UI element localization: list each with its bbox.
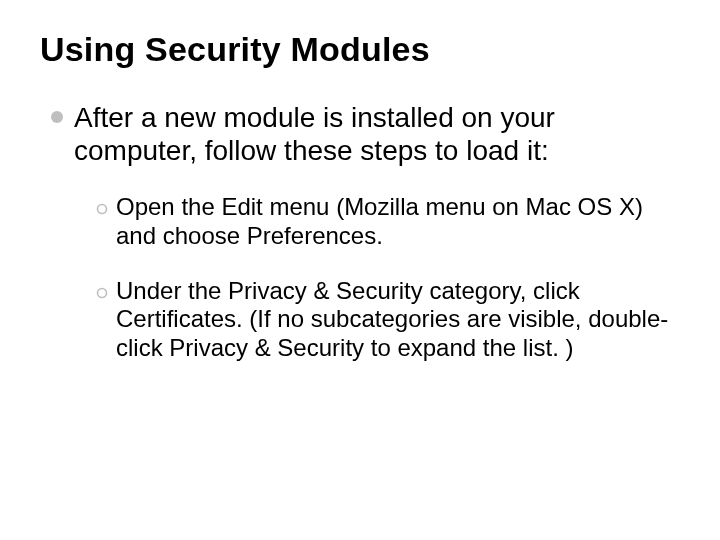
svg-point-0 [51, 111, 63, 123]
slide: Using Security Modules After a new modul… [0, 0, 720, 540]
circle-bullet-icon [96, 285, 108, 297]
step-text: Open the Edit menu (Mozilla menu on Mac … [116, 193, 680, 251]
svg-point-1 [98, 205, 107, 214]
intro-item: After a new module is installed on your … [50, 101, 680, 167]
disc-bullet-icon [50, 110, 64, 124]
slide-title: Using Security Modules [40, 30, 680, 69]
svg-point-2 [98, 288, 107, 297]
intro-text: After a new module is installed on your … [74, 101, 680, 167]
step-text: Under the Privacy & Security category, c… [116, 277, 680, 363]
list-item: Under the Privacy & Security category, c… [96, 277, 680, 363]
list-item: Open the Edit menu (Mozilla menu on Mac … [96, 193, 680, 251]
circle-bullet-icon [96, 201, 108, 213]
